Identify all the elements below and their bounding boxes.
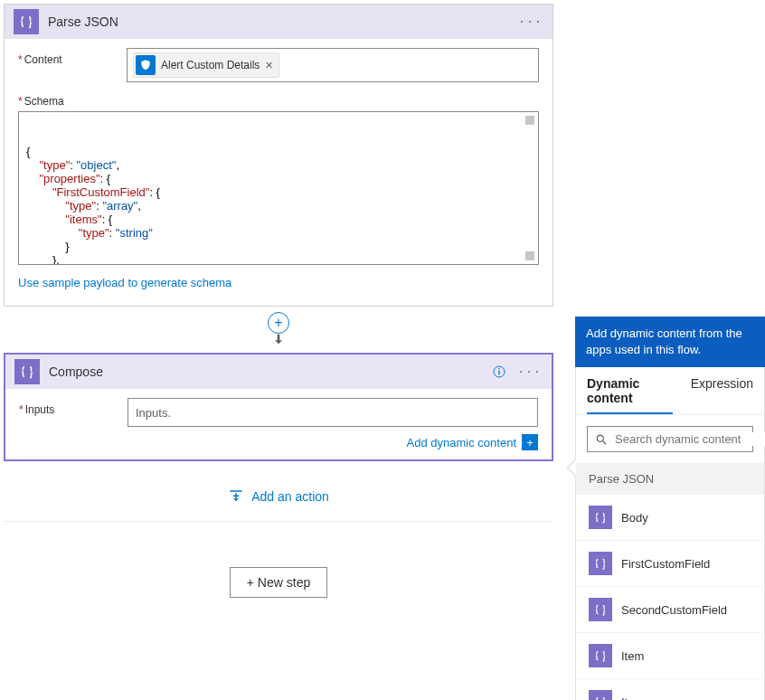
add-dynamic-content-plus[interactable]: +: [522, 434, 538, 450]
dynamic-item-body-0[interactable]: Body: [576, 495, 764, 541]
inputs-label: *Inputs: [19, 398, 128, 416]
new-step-button[interactable]: + New step: [230, 567, 327, 598]
compose-card: Compose · · · *Inputs Inputs. Add dynami…: [4, 353, 553, 461]
scrollbar-indicator[interactable]: [525, 116, 534, 260]
search-input-wrapper[interactable]: [587, 426, 753, 452]
divider: [4, 521, 553, 522]
braces-icon: [589, 690, 612, 700]
tip-box: Add dynamic content from the apps used i…: [575, 317, 765, 367]
dynamic-item-label: Item: [621, 649, 644, 663]
dynamic-section-header: Parse JSON: [576, 463, 764, 495]
info-icon[interactable]: [488, 361, 510, 383]
dynamic-content-panel: Add dynamic content from the apps used i…: [575, 317, 765, 700]
add-dynamic-content-link[interactable]: Add dynamic content: [407, 436, 516, 449]
connector-area: +: [4, 312, 553, 349]
braces-icon: [589, 552, 612, 575]
dynamic-item-label: Body: [621, 511, 648, 525]
sample-payload-link[interactable]: Use sample payload to generate schema: [18, 265, 231, 289]
dynamic-item-item-3[interactable]: Item: [576, 633, 764, 679]
content-pill-label: Alert Custom Details: [161, 59, 260, 71]
search-input[interactable]: [615, 432, 765, 446]
panel-pointer: [568, 459, 576, 476]
content-input[interactable]: Alert Custom Details ✕: [127, 48, 539, 82]
braces-icon: [589, 598, 612, 621]
parse-json-header[interactable]: Parse JSON · · ·: [5, 5, 552, 39]
tab-expression[interactable]: Expression: [691, 376, 753, 414]
parse-json-card: Parse JSON · · · *Content Alert Custom D…: [4, 4, 553, 307]
content-label: *Content: [18, 48, 127, 66]
dynamic-item-label: FirstCustomField: [621, 557, 710, 571]
braces-icon: [14, 9, 39, 34]
schema-label: *Schema: [18, 90, 127, 108]
parse-json-menu-button[interactable]: · · ·: [516, 10, 543, 33]
braces-icon: [14, 359, 40, 384]
content-pill[interactable]: Alert Custom Details ✕: [133, 52, 279, 78]
dynamic-item-firstcustomfield-1[interactable]: FirstCustomField: [576, 541, 764, 587]
remove-pill-button[interactable]: ✕: [265, 60, 273, 71]
tab-dynamic-content[interactable]: Dynamic content: [587, 376, 673, 414]
svg-rect-3: [230, 490, 242, 492]
svg-point-4: [597, 435, 603, 441]
add-action-icon: [228, 488, 244, 505]
search-icon: [595, 433, 608, 446]
dynamic-item-item-4[interactable]: Item: [576, 679, 764, 700]
compose-header[interactable]: Compose · · ·: [5, 355, 552, 389]
braces-icon: [589, 506, 612, 529]
inputs-field[interactable]: Inputs.: [128, 398, 538, 427]
shield-icon: [136, 55, 156, 75]
dynamic-item-label: Item: [621, 695, 644, 700]
svg-rect-2: [498, 368, 499, 369]
compose-title: Compose: [49, 364, 483, 379]
compose-menu-button[interactable]: · · ·: [515, 360, 543, 383]
dynamic-item-label: SecondCustomField: [621, 603, 727, 617]
add-an-action-button[interactable]: Add an action: [228, 488, 329, 505]
schema-textarea[interactable]: { "type": "object", "properties": { "Fir…: [18, 111, 539, 265]
braces-icon: [589, 644, 612, 667]
dynamic-item-secondcustomfield-2[interactable]: SecondCustomField: [576, 587, 764, 633]
svg-line-5: [603, 441, 607, 445]
arrow-down-icon: [271, 332, 286, 349]
parse-json-title: Parse JSON: [48, 14, 511, 29]
insert-step-button[interactable]: +: [268, 312, 289, 334]
svg-rect-1: [498, 371, 499, 375]
